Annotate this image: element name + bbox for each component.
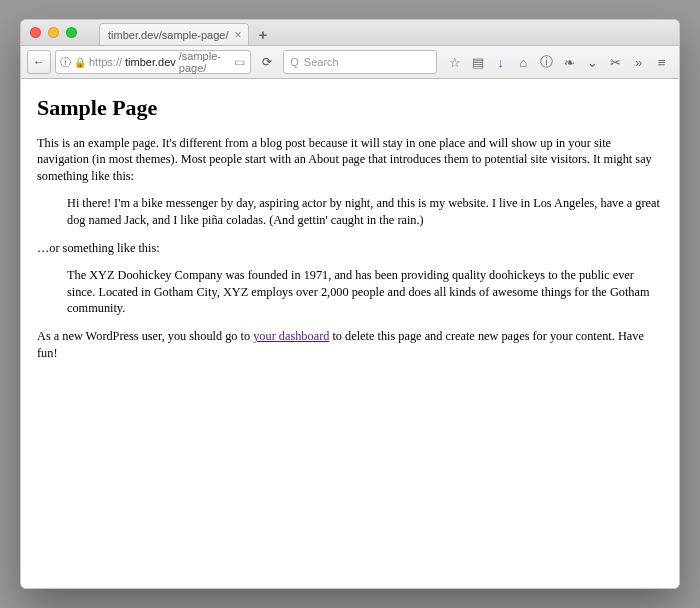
url-host: timber.dev [125,56,176,68]
search-bar[interactable]: Q Search [283,50,437,74]
close-window-button[interactable] [30,27,41,38]
search-icon: Q [290,56,299,68]
minimize-window-button[interactable] [48,27,59,38]
quote-2: The XYZ Doohickey Company was founded in… [67,267,663,317]
library-icon[interactable]: ▤ [470,55,485,70]
toolbar-right-icons: ☆ ▤ ↓ ⌂ ⓘ ❧ ⌄ ✂ » ≡ [441,53,673,71]
closing-paragraph: As a new WordPress user, you should go t… [37,328,663,361]
traffic-lights [30,27,77,38]
tab-title: timber.dev/sample-page/ [108,29,228,41]
close-tab-icon[interactable]: × [234,29,241,41]
page-content: Sample Page This is an example page. It'… [21,79,679,588]
menu-icon[interactable]: ≡ [654,55,669,70]
maximize-window-button[interactable] [66,27,77,38]
browser-tab[interactable]: timber.dev/sample-page/ × [99,23,249,45]
reader-mode-icon[interactable]: ▭ [234,55,247,69]
evernote-icon[interactable]: ❧ [562,55,577,70]
quote-1: Hi there! I'm a bike messenger by day, a… [67,195,663,228]
closing-text-a: As a new WordPress user, you should go t… [37,329,253,343]
back-button[interactable]: ← [27,50,51,74]
url-protocol: https:// [89,56,122,68]
new-tab-button[interactable]: + [253,24,273,44]
dashboard-link[interactable]: your dashboard [253,329,329,343]
home-icon[interactable]: ⌂ [516,55,531,70]
lock-icon: 🔒 [74,57,86,68]
scissors-icon[interactable]: ✂ [608,55,623,70]
search-placeholder: Search [304,56,339,68]
browser-window: timber.dev/sample-page/ × + ← ⓘ 🔒 https:… [20,19,680,589]
overflow-icon[interactable]: » [631,55,646,70]
url-bar[interactable]: ⓘ 🔒 https://timber.dev/sample-page/ ▭ [55,50,251,74]
intro-paragraph: This is an example page. It's different … [37,135,663,185]
reload-button[interactable]: ⟳ [255,50,279,74]
pocket-icon[interactable]: ⌄ [585,55,600,70]
info-icon[interactable]: ⓘ [539,53,554,71]
titlebar: timber.dev/sample-page/ × + [21,20,679,46]
url-path: /sample-page/ [179,50,228,74]
site-info-icon[interactable]: ⓘ [60,55,71,70]
tabstrip: timber.dev/sample-page/ × + [99,20,273,45]
bookmark-star-icon[interactable]: ☆ [447,55,462,70]
mid-paragraph: …or something like this: [37,240,663,257]
toolbar: ← ⓘ 🔒 https://timber.dev/sample-page/ ▭ … [21,46,679,79]
downloads-icon[interactable]: ↓ [493,55,508,70]
page-title: Sample Page [37,93,663,123]
